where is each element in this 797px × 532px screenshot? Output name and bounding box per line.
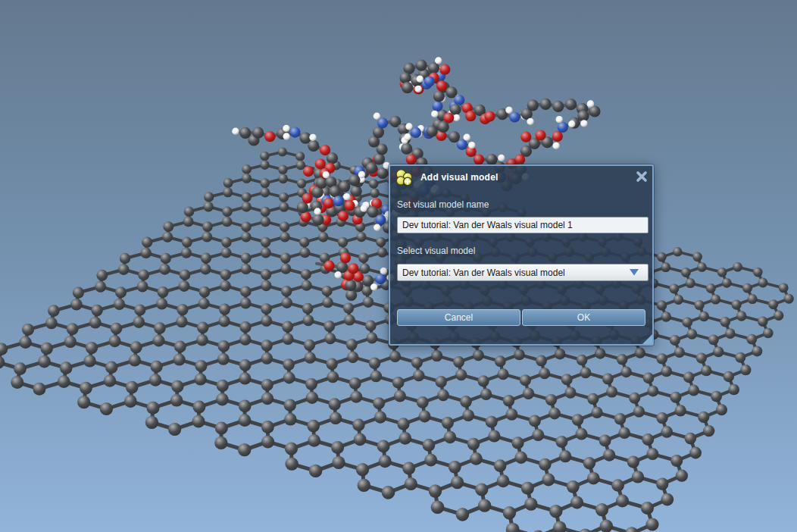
add-visual-model-dialog: Add visual model Set visual model name S… — [389, 164, 654, 346]
dropdown-selected-value: Dev tutorial: Van der Waals visual model — [402, 268, 565, 278]
close-icon — [636, 171, 648, 183]
ok-button[interactable]: OK — [522, 309, 645, 326]
visual-model-name-label: Set visual model name — [397, 199, 489, 210]
cancel-button[interactable]: Cancel — [397, 309, 520, 326]
application-window: Add visual model Set visual model name S… — [0, 0, 797, 532]
resize-grip[interactable] — [642, 334, 652, 344]
dialog-title[interactable]: Add visual model — [420, 172, 499, 183]
visual-model-dropdown[interactable]: Dev tutorial: Van der Waals visual model — [397, 264, 649, 281]
chevron-down-icon — [630, 269, 639, 276]
add-visual-model-icon — [394, 167, 414, 188]
visual-model-name-input[interactable] — [397, 217, 649, 233]
close-button[interactable] — [635, 170, 649, 183]
select-visual-model-label: Select visual model — [397, 246, 475, 256]
